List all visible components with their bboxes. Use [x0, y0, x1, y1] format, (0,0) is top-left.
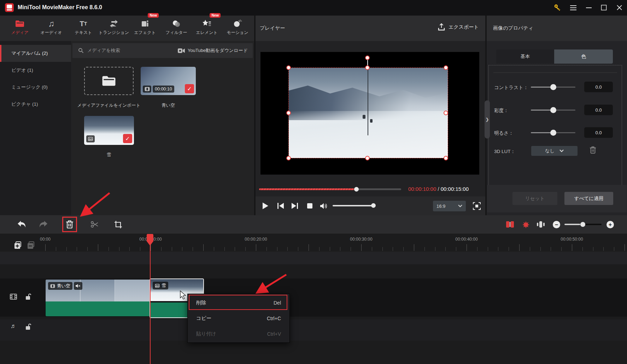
media-item-blue-sky[interactable]: 00:00:10 ✓ [141, 67, 196, 95]
media-item-label: 雪 [107, 152, 111, 158]
tab-text[interactable]: TT テキスト [67, 16, 100, 41]
resize-handle-nw[interactable] [286, 65, 291, 70]
tab-audio[interactable]: ♫ オーディオ [35, 16, 68, 41]
tab-motion[interactable]: モーション [221, 16, 254, 41]
brightness-slider-thumb[interactable] [550, 130, 556, 136]
skip-to-end-button[interactable] [289, 196, 300, 215]
close-button[interactable] [616, 5, 624, 12]
audio-track-row [0, 319, 627, 341]
license-key-icon[interactable] [553, 4, 561, 11]
search-placeholder: メディアを検索 [87, 47, 120, 54]
new-badge: New [210, 13, 221, 18]
timeline-zoom-slider[interactable] [564, 224, 602, 225]
contrast-value[interactable]: 0.0 [584, 82, 613, 92]
volume-slider[interactable] [333, 205, 374, 206]
menu-item-copy[interactable]: コピー Ctrl+C [188, 311, 289, 326]
brightness-slider[interactable] [531, 132, 575, 133]
video-track-lock-icon[interactable] [25, 293, 31, 300]
contrast-slider[interactable] [531, 87, 575, 88]
import-media-card[interactable] [84, 67, 134, 95]
media-search-bar[interactable]: メディアを検索 YouTube動画をダウンロード [72, 43, 253, 58]
apply-all-button[interactable]: すべてに適用 [564, 192, 613, 205]
filter-circles-icon [160, 19, 193, 28]
maximize-button[interactable] [601, 5, 609, 12]
volume-icon[interactable] [318, 196, 329, 215]
ruler-label: 00:00:40:00 [455, 237, 477, 242]
resize-handle-se[interactable] [444, 156, 448, 160]
saturation-slider[interactable] [531, 110, 575, 111]
resize-handle-ne[interactable] [444, 65, 448, 70]
panel-collapse-handle[interactable]: ❯ [485, 100, 490, 139]
chevron-down-icon [458, 205, 462, 207]
lut-delete-icon[interactable] [590, 146, 596, 154]
audio-track-lock-icon[interactable] [25, 323, 31, 330]
play-button[interactable] [260, 196, 270, 215]
fullscreen-button[interactable] [473, 202, 481, 210]
clip-audio-strip [46, 301, 150, 316]
properties-header: 画像のプロパティ [487, 16, 627, 41]
rotation-handle[interactable] [365, 55, 370, 60]
search-icon [78, 48, 84, 53]
zoom-in-button[interactable]: + [607, 221, 614, 228]
crop-button[interactable] [110, 215, 126, 234]
minimize-button[interactable] [586, 7, 593, 14]
youtube-download-link[interactable]: YouTube動画をダウンロード [188, 47, 248, 54]
resize-handle-sw[interactable] [286, 156, 291, 160]
selection-bounding-box[interactable] [288, 67, 448, 158]
sidebar-item-music[interactable]: ミュージック (0) [0, 79, 71, 96]
app-logo [5, 3, 14, 12]
saturation-value[interactable]: 0.0 [584, 105, 613, 115]
stop-button[interactable] [304, 196, 315, 215]
delete-clip-button[interactable] [62, 215, 77, 234]
media-item-snow[interactable]: ✓ [84, 116, 134, 145]
brightness-value[interactable]: 0.0 [584, 127, 613, 138]
resize-handle-n[interactable] [365, 65, 370, 70]
redo-button[interactable] [35, 215, 51, 234]
tab-transition[interactable]: トランジション [98, 16, 130, 41]
music-note-icon: ♫ [35, 19, 68, 28]
split-scissors-button[interactable] [87, 215, 102, 234]
freeze-frame-red-icon[interactable] [519, 215, 533, 234]
import-card-label: メディアファイルをインポート [77, 102, 141, 108]
undo-button[interactable] [14, 215, 30, 234]
player-header: プレイヤー エクスポート [256, 16, 485, 41]
timeline-clip-blue-sky[interactable]: 青い空 [45, 279, 150, 317]
resize-handle-w[interactable] [286, 111, 291, 115]
aspect-ratio-dropdown[interactable]: 16:9 [433, 201, 466, 211]
menu-hamburger-icon[interactable] [570, 5, 578, 12]
sidebar-item-my-album[interactable]: マイアルバム (2) [0, 45, 71, 62]
sidebar-item-picture[interactable]: ピクチャ (1) [0, 96, 71, 113]
reset-button[interactable]: リセット [512, 192, 557, 205]
tab-element[interactable]: New エレメント [191, 16, 223, 41]
folder-icon [102, 75, 116, 87]
tab-basic[interactable]: 基本 [496, 49, 554, 64]
sidebar-item-video[interactable]: ビデオ (1) [0, 62, 71, 79]
resize-handle-s[interactable] [365, 156, 370, 160]
saturation-slider-thumb[interactable] [550, 107, 556, 113]
app-title: MiniTool MovieMaker Free 8.6.0 [18, 4, 102, 11]
ruler-label: 00:00:30:00 [350, 237, 372, 242]
zoom-out-button[interactable]: − [553, 221, 560, 228]
tab-filter[interactable]: フィルター [160, 16, 193, 41]
skip-to-start-button[interactable] [275, 196, 286, 215]
tab-media[interactable]: メディア [4, 16, 36, 41]
album-sidebar: マイアルバム (2) ビデオ (1) ミュージック (0) ピクチャ (1) [0, 41, 71, 215]
lut-dropdown[interactable]: なし [531, 146, 578, 156]
timeline-zoom-thumb[interactable] [580, 222, 585, 227]
add-track-icon[interactable] [14, 241, 22, 249]
media-item-label: 青い空 [162, 102, 175, 108]
seek-bar[interactable] [259, 188, 401, 190]
resize-handle-e[interactable] [444, 111, 448, 115]
export-button[interactable]: エクスポート [438, 23, 479, 31]
split-clip-red-icon[interactable] [503, 215, 517, 234]
remove-track-icon[interactable] [27, 241, 35, 249]
muted-speaker-icon [74, 282, 82, 290]
tab-color[interactable]: 色 [554, 49, 613, 64]
tab-effect[interactable]: New エフェクト [129, 16, 161, 41]
media-duration-badge: 00:00:10 [153, 86, 174, 93]
timeline-ruler[interactable] [0, 244, 627, 251]
contrast-slider-thumb[interactable] [550, 84, 556, 90]
volume-thumb[interactable] [371, 203, 376, 208]
saturation-label: 彩度： [494, 107, 509, 114]
fit-timeline-icon[interactable] [534, 215, 548, 234]
